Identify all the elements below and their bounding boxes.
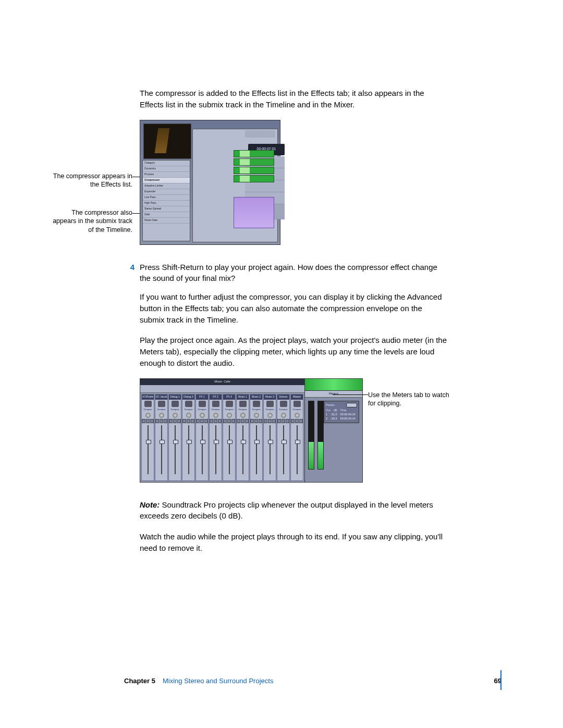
fader-cap[interactable]: [214, 440, 219, 444]
solo-button[interactable]: [200, 419, 204, 423]
mute-button[interactable]: [210, 419, 213, 423]
solo-button[interactable]: [268, 419, 272, 423]
mute-button[interactable]: [182, 419, 186, 423]
record-button[interactable]: [177, 419, 181, 423]
record-button[interactable]: [191, 419, 194, 423]
volume-fader[interactable]: [283, 425, 284, 474]
peaks-panel: Peaks Reset Out dB Time 1 -31.0 00:00:04…: [324, 401, 359, 423]
volume-fader[interactable]: [242, 425, 243, 474]
fader-cap[interactable]: [254, 440, 260, 444]
peaks-cell: 00:00:04:14: [340, 417, 356, 421]
pan-knob[interactable]: [200, 413, 205, 418]
page-footer: Chapter 5 Mixing Stereo and Surround Pro…: [124, 676, 501, 686]
fader-cap[interactable]: [227, 440, 232, 444]
channel-strip-name: Dialog 1: [169, 394, 181, 400]
mute-button[interactable]: [264, 419, 267, 423]
audio-clip: [234, 167, 274, 174]
effects-row-compressor: Compressor: [143, 178, 190, 183]
pan-knob[interactable]: [254, 413, 259, 418]
record-button[interactable]: [259, 419, 262, 423]
figure-mixer-meters: Mixer: Cafe VO/RobinCompresVO JacobCompr…: [140, 378, 500, 488]
mute-button[interactable]: [142, 419, 145, 423]
pan-knob[interactable]: [227, 413, 232, 418]
record-button[interactable]: [299, 419, 303, 423]
volume-fader[interactable]: [175, 425, 176, 474]
fader-cap[interactable]: [187, 440, 192, 444]
mute-button[interactable]: [196, 419, 200, 423]
channel-buttons: [237, 419, 249, 423]
solo-button[interactable]: [227, 419, 231, 423]
step-4-text: Press Shift-Return to play your project …: [140, 262, 447, 285]
volume-fader[interactable]: [270, 425, 271, 474]
mixer-toolbar: [140, 385, 304, 393]
channel-effect-label: Compres: [198, 408, 206, 412]
fader-cap[interactable]: [173, 440, 178, 444]
solo-button[interactable]: [295, 419, 299, 423]
pan-knob[interactable]: [240, 413, 246, 418]
channel-strip-name: VO Jacob: [155, 394, 167, 400]
step-4-text-b: If you want to further adjust the compre…: [140, 291, 447, 325]
solo-button[interactable]: [146, 419, 150, 423]
footer-chapter-title: Mixing Stereo and Surround Projects: [163, 676, 494, 686]
channel-strip: VO/RobinCompres: [141, 394, 154, 481]
solo-button[interactable]: [282, 419, 285, 423]
fader-cap[interactable]: [268, 440, 273, 444]
record-button[interactable]: [245, 419, 249, 423]
mute-button[interactable]: [277, 419, 281, 423]
mute-button[interactable]: [155, 419, 159, 423]
mute-button[interactable]: [223, 419, 227, 423]
mixer-channel-strips: VO/RobinCompresVO JacobCompresDialog 1Co…: [140, 393, 304, 482]
solo-button[interactable]: [241, 419, 244, 423]
record-button[interactable]: [286, 419, 289, 423]
mute-button[interactable]: [250, 419, 254, 423]
mute-button[interactable]: [291, 419, 295, 423]
pan-knob[interactable]: [159, 413, 164, 418]
fader-cap[interactable]: [295, 440, 300, 444]
fader-cap[interactable]: [146, 440, 151, 444]
peaks-reset-button[interactable]: Reset: [346, 403, 357, 408]
pan-knob[interactable]: [267, 413, 273, 418]
pan-knob[interactable]: [145, 413, 151, 418]
record-button[interactable]: [150, 419, 154, 423]
mute-button[interactable]: [169, 419, 173, 423]
solo-button[interactable]: [173, 419, 177, 423]
effects-row: Process: [143, 172, 190, 178]
volume-fader[interactable]: [202, 425, 203, 474]
fader-cap[interactable]: [241, 440, 246, 444]
volume-fader[interactable]: [161, 425, 162, 474]
fader-cap[interactable]: [160, 440, 165, 444]
record-button[interactable]: [272, 419, 276, 423]
solo-button[interactable]: [254, 419, 258, 423]
pan-knob[interactable]: [186, 413, 191, 418]
peaks-col-db: dB: [334, 409, 337, 413]
volume-fader[interactable]: [297, 425, 298, 474]
record-button[interactable]: [231, 419, 235, 423]
channel-strip: FX 3Compres: [223, 394, 236, 481]
pan-knob[interactable]: [295, 413, 300, 418]
channel-buttons: [277, 419, 289, 423]
volume-fader[interactable]: [148, 425, 149, 474]
solo-button[interactable]: [214, 419, 217, 423]
channel-icon: [280, 401, 287, 407]
audio-clip: [234, 150, 274, 157]
channel-strip: FX 1Compres: [195, 394, 209, 481]
fader-cap[interactable]: [282, 440, 287, 444]
volume-fader[interactable]: [215, 425, 216, 474]
mute-button[interactable]: [237, 419, 240, 423]
step-4: 4 Press Shift-Return to play your projec…: [140, 262, 463, 290]
record-button[interactable]: [218, 419, 222, 423]
record-button[interactable]: [204, 419, 208, 423]
solo-button[interactable]: [187, 419, 190, 423]
volume-fader[interactable]: [229, 425, 230, 474]
solo-button[interactable]: [160, 419, 163, 423]
volume-fader[interactable]: [256, 425, 257, 474]
effects-row: Adaptive Limiter: [143, 183, 190, 189]
pan-knob[interactable]: [213, 413, 218, 418]
record-button[interactable]: [164, 419, 167, 423]
fader-cap[interactable]: [200, 440, 205, 444]
pan-knob[interactable]: [173, 413, 178, 418]
audio-clip: [234, 175, 274, 182]
channel-effect-label: Compres: [225, 408, 233, 412]
volume-fader[interactable]: [188, 425, 189, 474]
pan-knob[interactable]: [281, 413, 286, 418]
